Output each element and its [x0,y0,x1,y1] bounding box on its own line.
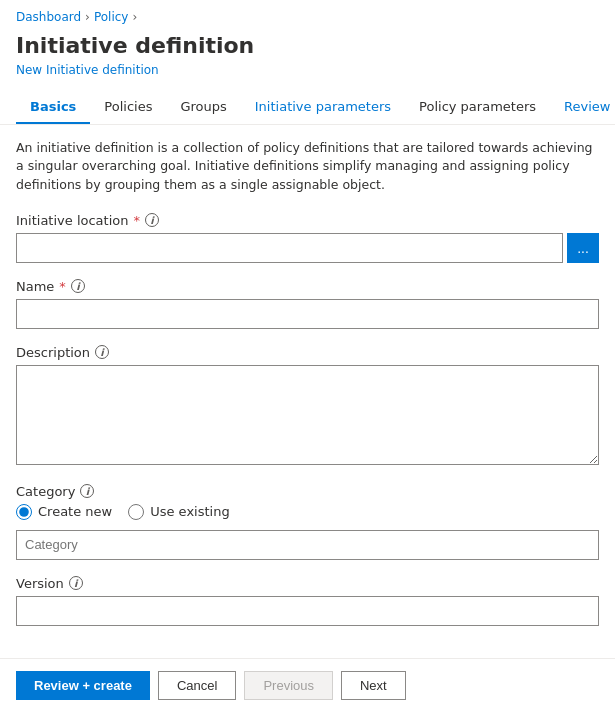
page-header: Initiative definition New Initiative def… [0,28,615,79]
name-field: Name * i [16,279,599,329]
category-use-existing-radio[interactable] [128,504,144,520]
initiative-location-input[interactable] [16,233,563,263]
cancel-button[interactable]: Cancel [158,671,236,700]
previous-button: Previous [244,671,333,700]
category-use-existing-label: Use existing [150,504,229,519]
tab-initiative-parameters[interactable]: Initiative parameters [241,91,405,124]
category-input[interactable] [16,530,599,560]
description-input[interactable] [16,365,599,465]
initiative-location-browse-button[interactable]: ... [567,233,599,263]
version-label: Version i [16,576,599,591]
name-input[interactable] [16,299,599,329]
category-create-new-radio[interactable] [16,504,32,520]
name-label: Name * i [16,279,599,294]
category-use-existing-option[interactable]: Use existing [128,504,229,520]
tab-policy-parameters[interactable]: Policy parameters [405,91,550,124]
category-create-new-option[interactable]: Create new [16,504,112,520]
tab-groups[interactable]: Groups [166,91,240,124]
initiative-location-label: Initiative location * i [16,213,599,228]
description-field: Description i [16,345,599,468]
page-title: Initiative definition [16,32,599,61]
category-field: Category i Create new Use existing [16,484,599,560]
description-text: An initiative definition is a collection… [16,139,599,195]
category-label: Category i [16,484,599,499]
initiative-location-input-row: ... [16,233,599,263]
tab-review-create[interactable]: Review + create [550,91,615,124]
category-info-icon[interactable]: i [80,484,94,498]
breadcrumb: Dashboard › Policy › [0,0,615,28]
tabs-bar: Basics Policies Groups Initiative parame… [0,79,615,125]
version-field: Version i [16,576,599,626]
required-star: * [133,213,140,228]
breadcrumb-dashboard[interactable]: Dashboard [16,10,81,24]
main-content: An initiative definition is a collection… [0,125,615,656]
version-info-icon[interactable]: i [69,576,83,590]
footer: Review + create Cancel Previous Next [0,658,615,712]
page-subtitle: New Initiative definition [16,63,599,77]
initiative-location-field: Initiative location * i ... [16,213,599,263]
description-label: Description i [16,345,599,360]
name-info-icon[interactable]: i [71,279,85,293]
name-required-star: * [59,279,66,294]
tab-basics[interactable]: Basics [16,91,90,124]
breadcrumb-policy[interactable]: Policy [94,10,129,24]
category-radio-group: Create new Use existing [16,504,599,520]
tab-policies[interactable]: Policies [90,91,166,124]
category-create-new-label: Create new [38,504,112,519]
next-button[interactable]: Next [341,671,406,700]
description-info-icon[interactable]: i [95,345,109,359]
version-input[interactable] [16,596,599,626]
initiative-location-info-icon[interactable]: i [145,213,159,227]
review-create-button[interactable]: Review + create [16,671,150,700]
